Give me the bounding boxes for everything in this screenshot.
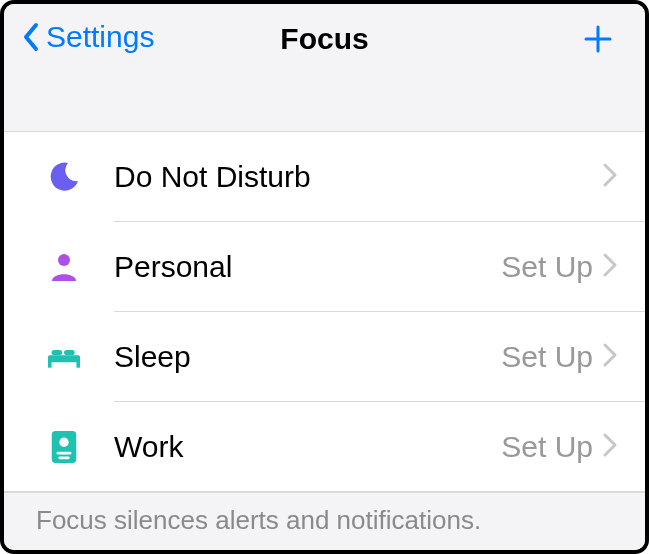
svg-rect-9: [58, 456, 69, 459]
row-sleep[interactable]: Sleep Set Up: [4, 312, 645, 402]
row-detail: Set Up: [501, 250, 593, 284]
footer: Focus silences alerts and notifications.: [4, 492, 645, 550]
add-button[interactable]: [583, 20, 613, 60]
svg-rect-1: [48, 355, 80, 362]
svg-rect-4: [52, 350, 63, 355]
moon-icon: [48, 161, 114, 193]
footer-text: Focus silences alerts and notifications.: [36, 505, 613, 536]
row-label: Do Not Disturb: [114, 160, 593, 194]
plus-icon: [583, 18, 613, 62]
row-label: Sleep: [114, 340, 501, 374]
svg-rect-8: [56, 452, 71, 455]
svg-rect-5: [64, 350, 75, 355]
bed-icon: [48, 341, 114, 373]
badge-icon: [48, 431, 114, 463]
person-icon: [48, 251, 114, 283]
row-work[interactable]: Work Set Up: [4, 402, 645, 492]
row-detail: Set Up: [501, 340, 593, 374]
svg-rect-3: [76, 359, 80, 368]
row-personal[interactable]: Personal Set Up: [4, 222, 645, 312]
chevron-right-icon: [603, 343, 617, 371]
chevron-right-icon: [603, 253, 617, 281]
focus-list: Do Not Disturb Personal Set Up Sleep Set: [4, 132, 645, 492]
back-button[interactable]: Settings: [22, 20, 154, 54]
svg-point-7: [59, 438, 68, 447]
chevron-left-icon: [22, 21, 42, 53]
svg-rect-2: [48, 359, 52, 368]
nav-header: Settings Focus: [4, 4, 645, 132]
row-label: Personal: [114, 250, 501, 284]
page-title: Focus: [280, 22, 368, 56]
row-detail: Set Up: [501, 430, 593, 464]
back-label: Settings: [46, 20, 154, 54]
svg-point-0: [58, 254, 70, 266]
chevron-right-icon: [603, 163, 617, 191]
chevron-right-icon: [603, 433, 617, 461]
row-do-not-disturb[interactable]: Do Not Disturb: [4, 132, 645, 222]
row-label: Work: [114, 430, 501, 464]
